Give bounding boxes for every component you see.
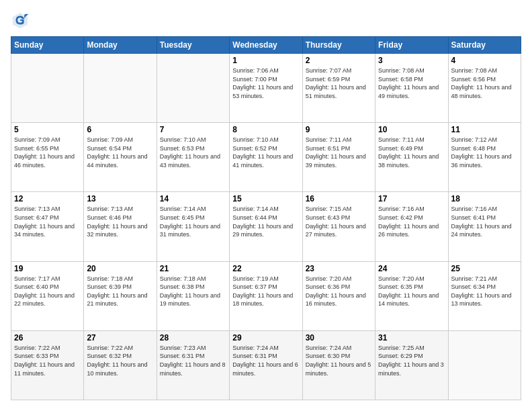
day-info: Sunrise: 7:18 AM Sunset: 6:38 PM Dayligh… (160, 275, 226, 308)
day-info: Sunrise: 7:09 AM Sunset: 6:54 PM Dayligh… (87, 136, 153, 169)
day-cell: 20Sunrise: 7:18 AM Sunset: 6:39 PM Dayli… (84, 261, 157, 330)
day-cell: 4Sunrise: 7:08 AM Sunset: 6:56 PM Daylig… (448, 54, 521, 123)
day-info: Sunrise: 7:14 AM Sunset: 6:45 PM Dayligh… (160, 205, 226, 238)
logo-icon (11, 11, 30, 30)
week-row-4: 19Sunrise: 7:17 AM Sunset: 6:40 PM Dayli… (11, 261, 521, 330)
day-info: Sunrise: 7:11 AM Sunset: 6:49 PM Dayligh… (378, 136, 445, 169)
days-header-row: SundayMondayTuesdayWednesdayThursdayFrid… (11, 37, 521, 54)
day-number: 28 (160, 333, 226, 342)
day-info: Sunrise: 7:19 AM Sunset: 6:37 PM Dayligh… (232, 275, 299, 308)
day-info: Sunrise: 7:25 AM Sunset: 6:29 PM Dayligh… (378, 344, 445, 377)
day-info: Sunrise: 7:13 AM Sunset: 6:47 PM Dayligh… (14, 205, 81, 238)
day-info: Sunrise: 7:17 AM Sunset: 6:40 PM Dayligh… (14, 275, 81, 308)
day-cell: 26Sunrise: 7:22 AM Sunset: 6:33 PM Dayli… (11, 330, 84, 400)
day-cell: 3Sunrise: 7:08 AM Sunset: 6:58 PM Daylig… (375, 54, 448, 123)
day-number: 8 (232, 125, 299, 134)
day-cell (157, 54, 229, 123)
day-number: 7 (160, 125, 226, 134)
day-cell: 21Sunrise: 7:18 AM Sunset: 6:38 PM Dayli… (157, 261, 229, 330)
day-info: Sunrise: 7:22 AM Sunset: 6:33 PM Dayligh… (14, 344, 81, 377)
day-number: 22 (232, 264, 299, 273)
day-cell: 11Sunrise: 7:12 AM Sunset: 6:48 PM Dayli… (448, 123, 521, 192)
day-number: 5 (14, 125, 81, 134)
day-number: 16 (306, 194, 372, 203)
day-number: 31 (378, 333, 445, 342)
day-cell: 22Sunrise: 7:19 AM Sunset: 6:37 PM Dayli… (230, 261, 302, 330)
day-header-saturday: Saturday (448, 37, 521, 54)
day-number: 19 (14, 264, 81, 273)
day-number: 4 (451, 56, 518, 65)
week-row-2: 5Sunrise: 7:09 AM Sunset: 6:55 PM Daylig… (11, 123, 521, 192)
day-info: Sunrise: 7:07 AM Sunset: 6:59 PM Dayligh… (306, 66, 372, 100)
day-info: Sunrise: 7:08 AM Sunset: 6:58 PM Dayligh… (378, 66, 445, 100)
day-cell: 27Sunrise: 7:22 AM Sunset: 6:32 PM Dayli… (84, 330, 157, 400)
day-cell: 23Sunrise: 7:20 AM Sunset: 6:36 PM Dayli… (302, 261, 375, 330)
day-info: Sunrise: 7:23 AM Sunset: 6:31 PM Dayligh… (160, 344, 226, 377)
day-header-thursday: Thursday (302, 37, 375, 54)
day-number: 23 (306, 264, 372, 273)
day-info: Sunrise: 7:24 AM Sunset: 6:30 PM Dayligh… (306, 344, 372, 377)
day-header-sunday: Sunday (11, 37, 84, 54)
day-cell: 6Sunrise: 7:09 AM Sunset: 6:54 PM Daylig… (84, 123, 157, 192)
day-cell: 9Sunrise: 7:11 AM Sunset: 6:51 PM Daylig… (302, 123, 375, 192)
week-row-3: 12Sunrise: 7:13 AM Sunset: 6:47 PM Dayli… (11, 192, 521, 261)
day-info: Sunrise: 7:09 AM Sunset: 6:55 PM Dayligh… (14, 136, 81, 169)
day-header-tuesday: Tuesday (157, 37, 229, 54)
day-number: 1 (232, 56, 299, 65)
header (11, 11, 521, 30)
day-cell: 17Sunrise: 7:16 AM Sunset: 6:42 PM Dayli… (375, 192, 448, 261)
day-number: 21 (160, 264, 226, 273)
day-cell: 12Sunrise: 7:13 AM Sunset: 6:47 PM Dayli… (11, 192, 84, 261)
logo (11, 11, 32, 30)
day-cell: 10Sunrise: 7:11 AM Sunset: 6:49 PM Dayli… (375, 123, 448, 192)
day-number: 3 (378, 56, 445, 65)
day-cell: 29Sunrise: 7:24 AM Sunset: 6:31 PM Dayli… (230, 330, 302, 400)
day-cell: 31Sunrise: 7:25 AM Sunset: 6:29 PM Dayli… (375, 330, 448, 400)
day-cell: 25Sunrise: 7:21 AM Sunset: 6:34 PM Dayli… (448, 261, 521, 330)
day-number: 6 (87, 125, 153, 134)
day-info: Sunrise: 7:15 AM Sunset: 6:43 PM Dayligh… (306, 205, 372, 238)
calendar-body: 1Sunrise: 7:06 AM Sunset: 7:00 PM Daylig… (11, 54, 521, 400)
day-info: Sunrise: 7:22 AM Sunset: 6:32 PM Dayligh… (87, 344, 153, 377)
day-number: 17 (378, 194, 445, 203)
day-cell: 24Sunrise: 7:20 AM Sunset: 6:35 PM Dayli… (375, 261, 448, 330)
day-info: Sunrise: 7:16 AM Sunset: 6:41 PM Dayligh… (451, 205, 518, 238)
day-number: 13 (87, 194, 153, 203)
day-header-monday: Monday (84, 37, 157, 54)
day-cell: 5Sunrise: 7:09 AM Sunset: 6:55 PM Daylig… (11, 123, 84, 192)
day-number: 26 (14, 333, 81, 342)
day-header-friday: Friday (375, 37, 448, 54)
day-cell: 13Sunrise: 7:13 AM Sunset: 6:46 PM Dayli… (84, 192, 157, 261)
day-cell: 1Sunrise: 7:06 AM Sunset: 7:00 PM Daylig… (230, 54, 302, 123)
day-number: 20 (87, 264, 153, 273)
day-info: Sunrise: 7:18 AM Sunset: 6:39 PM Dayligh… (87, 275, 153, 308)
day-cell (84, 54, 157, 123)
day-info: Sunrise: 7:20 AM Sunset: 6:35 PM Dayligh… (378, 275, 445, 308)
day-info: Sunrise: 7:24 AM Sunset: 6:31 PM Dayligh… (232, 344, 299, 377)
day-info: Sunrise: 7:10 AM Sunset: 6:52 PM Dayligh… (232, 136, 299, 169)
day-cell: 18Sunrise: 7:16 AM Sunset: 6:41 PM Dayli… (448, 192, 521, 261)
day-cell: 14Sunrise: 7:14 AM Sunset: 6:45 PM Dayli… (157, 192, 229, 261)
day-cell: 30Sunrise: 7:24 AM Sunset: 6:30 PM Dayli… (302, 330, 375, 400)
page: SundayMondayTuesdayWednesdayThursdayFrid… (0, 0, 532, 411)
day-info: Sunrise: 7:12 AM Sunset: 6:48 PM Dayligh… (451, 136, 518, 169)
day-info: Sunrise: 7:21 AM Sunset: 6:34 PM Dayligh… (451, 275, 518, 308)
day-number: 24 (378, 264, 445, 273)
day-cell: 19Sunrise: 7:17 AM Sunset: 6:40 PM Dayli… (11, 261, 84, 330)
day-header-wednesday: Wednesday (230, 37, 302, 54)
day-cell: 28Sunrise: 7:23 AM Sunset: 6:31 PM Dayli… (157, 330, 229, 400)
day-number: 11 (451, 125, 518, 134)
day-number: 10 (378, 125, 445, 134)
day-number: 18 (451, 194, 518, 203)
day-info: Sunrise: 7:16 AM Sunset: 6:42 PM Dayligh… (378, 205, 445, 238)
day-cell (11, 54, 84, 123)
day-cell: 7Sunrise: 7:10 AM Sunset: 6:53 PM Daylig… (157, 123, 229, 192)
calendar-header: SundayMondayTuesdayWednesdayThursdayFrid… (11, 37, 521, 54)
week-row-5: 26Sunrise: 7:22 AM Sunset: 6:33 PM Dayli… (11, 330, 521, 400)
day-cell: 8Sunrise: 7:10 AM Sunset: 6:52 PM Daylig… (230, 123, 302, 192)
day-info: Sunrise: 7:14 AM Sunset: 6:44 PM Dayligh… (232, 205, 299, 238)
day-number: 12 (14, 194, 81, 203)
day-cell: 15Sunrise: 7:14 AM Sunset: 6:44 PM Dayli… (230, 192, 302, 261)
day-number: 25 (451, 264, 518, 273)
day-number: 30 (306, 333, 372, 342)
